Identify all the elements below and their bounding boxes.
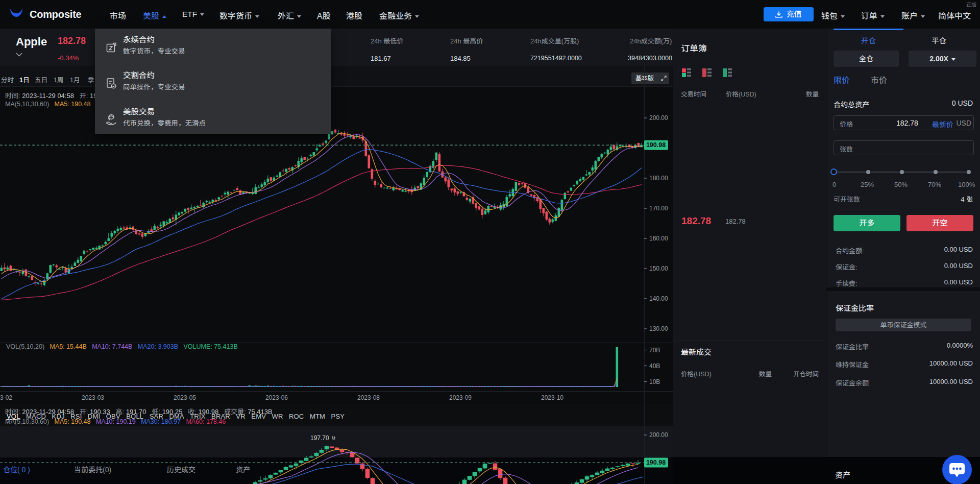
svg-text:2023-10: 2023-10 [541,394,564,401]
svg-text:130.00: 130.00 [649,325,668,332]
svg-text:140.00: 140.00 [649,295,668,302]
svg-text:2023-03: 2023-03 [82,394,104,401]
svg-text:200.00: 200.00 [649,114,668,122]
svg-text:160.00: 160.00 [649,235,668,242]
svg-text:190.98: 190.98 [646,141,666,149]
svg-text:2023-09: 2023-09 [449,394,472,401]
svg-text:40B: 40B [649,362,660,370]
svg-text:180.00: 180.00 [649,175,668,182]
svg-text:2023-08: 2023-08 [357,394,380,401]
svg-text:170.00: 170.00 [649,205,668,212]
svg-text:200.00: 200.00 [649,431,668,439]
svg-text:10B: 10B [649,378,660,385]
svg-text:190.98: 190.98 [646,459,666,466]
svg-text:197.70: 197.70 [310,434,329,442]
svg-text:2023-06: 2023-06 [265,394,288,401]
svg-text:70B: 70B [649,347,660,354]
svg-text:2023-05: 2023-05 [174,394,196,401]
svg-text:150.00: 150.00 [649,265,668,272]
svg-text:2023-02: 2023-02 [0,394,12,401]
